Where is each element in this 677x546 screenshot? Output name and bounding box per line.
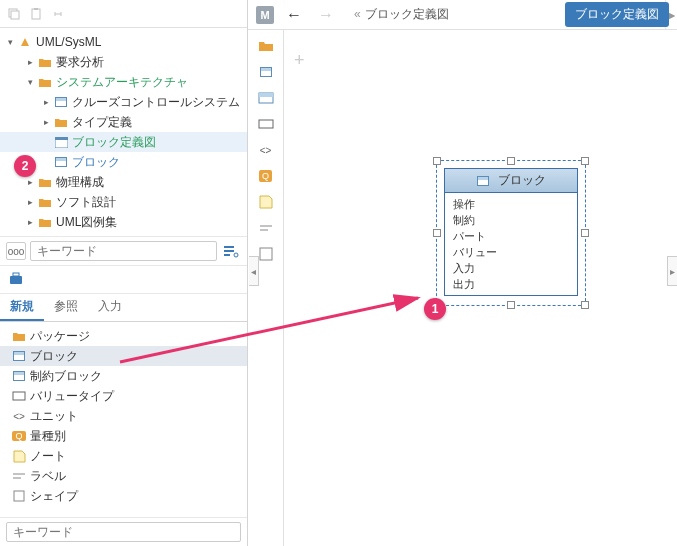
palette-item-label: ブロック bbox=[30, 348, 78, 365]
tab-reference[interactable]: 参照 bbox=[44, 294, 88, 321]
tree-item-icon bbox=[54, 95, 68, 109]
tree-item[interactable]: ▸クルーズコントロールシステム bbox=[0, 92, 247, 112]
resize-handle[interactable] bbox=[433, 157, 441, 165]
block-header-icon bbox=[476, 174, 490, 188]
tool-constraint-icon[interactable] bbox=[252, 86, 280, 110]
palette-item[interactable]: 制約ブロック bbox=[0, 366, 247, 386]
palette-item[interactable]: ブロック bbox=[0, 346, 247, 366]
main-panel: M ← → «ブロック定義図 ブロック定義図 <> Q + bbox=[248, 0, 677, 546]
tree-item[interactable]: ブロック bbox=[0, 152, 247, 172]
twisty-icon[interactable]: ▸ bbox=[24, 176, 36, 188]
resize-handle[interactable] bbox=[507, 157, 515, 165]
toolbox-tabs: 新規 参照 入力 bbox=[0, 294, 247, 322]
resize-handle[interactable] bbox=[507, 301, 515, 309]
palette-item-icon bbox=[12, 469, 26, 483]
left-collapse-handle[interactable]: ◂ bbox=[249, 256, 259, 286]
annotation-badge-2: 2 bbox=[14, 155, 36, 177]
link-icon[interactable] bbox=[50, 6, 66, 22]
annotation-badge-1: 1 bbox=[424, 298, 446, 320]
tab-input[interactable]: 入力 bbox=[88, 294, 132, 321]
palette-item[interactable]: バリュータイプ bbox=[0, 386, 247, 406]
tree-item-label: システムアーキテクチャ bbox=[56, 74, 188, 91]
svg-rect-17 bbox=[259, 93, 273, 97]
palette-search bbox=[0, 517, 247, 546]
tree-item[interactable]: ▸UML図例集 bbox=[0, 212, 247, 232]
twisty-icon[interactable]: ▸ bbox=[40, 116, 52, 128]
model-tree: ▾ UML/SysML ▸要求分析▾システムアーキテクチャ▸クルーズコントロール… bbox=[0, 28, 247, 236]
main-toolbar: M ← → «ブロック定義図 ブロック定義図 bbox=[248, 0, 677, 30]
tool-label-icon[interactable] bbox=[252, 216, 280, 240]
resize-handle[interactable] bbox=[581, 229, 589, 237]
tree-item-label: 物理構成 bbox=[56, 174, 104, 191]
svg-rect-2 bbox=[32, 9, 40, 19]
tree-search: ooo bbox=[0, 236, 247, 266]
tab-new[interactable]: 新規 bbox=[0, 294, 44, 321]
filter-icon[interactable] bbox=[221, 242, 241, 260]
palette-search-input[interactable] bbox=[6, 522, 241, 542]
tool-unit-icon[interactable]: <> bbox=[252, 138, 280, 162]
twisty-icon[interactable]: ▸ bbox=[24, 196, 36, 208]
diagram-type-button[interactable]: ブロック定義図 bbox=[565, 2, 669, 27]
breadcrumb[interactable]: «ブロック定義図 bbox=[346, 6, 557, 23]
svg-rect-15 bbox=[14, 491, 24, 501]
block-compartment-row: パート bbox=[453, 228, 569, 244]
tree-item-label: ソフト設計 bbox=[56, 194, 116, 211]
toolbox-header: ▸ bbox=[0, 266, 247, 294]
palette-item[interactable]: パッケージ bbox=[0, 326, 247, 346]
palette-item[interactable]: シェイプ bbox=[0, 486, 247, 506]
twisty-icon[interactable] bbox=[40, 136, 52, 148]
palette-item[interactable]: <>ユニット bbox=[0, 406, 247, 426]
sidebar: ▸ ▾ UML/SysML ▸要求分析▾システムアーキテクチャ▸クルーズコントロ… bbox=[0, 0, 248, 546]
nav-back-icon[interactable]: ← bbox=[282, 6, 306, 24]
block-element[interactable]: ブロック 操作制約パートバリュー入力出力 bbox=[444, 168, 578, 296]
palette-item-label: 量種別 bbox=[30, 428, 66, 445]
palette-item[interactable]: ノート bbox=[0, 446, 247, 466]
tree-root[interactable]: ▾ UML/SysML bbox=[0, 32, 247, 52]
tree-item[interactable]: ▸物理構成 bbox=[0, 172, 247, 192]
resize-handle[interactable] bbox=[581, 157, 589, 165]
palette-item-label: ノート bbox=[30, 448, 66, 465]
tree-item[interactable]: ▾システムアーキテクチャ bbox=[0, 72, 247, 92]
svg-rect-1 bbox=[11, 11, 19, 19]
palette-item-icon bbox=[12, 489, 26, 503]
twisty-icon[interactable]: ▸ bbox=[40, 96, 52, 108]
svg-rect-21 bbox=[260, 248, 272, 260]
tree-item[interactable]: ▸要求分析 bbox=[0, 52, 247, 72]
tree-item-icon bbox=[38, 75, 52, 89]
tree-item[interactable]: ブロック定義図 bbox=[0, 132, 247, 152]
resize-handle[interactable] bbox=[581, 301, 589, 309]
svg-rect-7 bbox=[224, 250, 234, 252]
tool-note-icon[interactable] bbox=[252, 190, 280, 214]
tool-folder-icon[interactable] bbox=[252, 34, 280, 58]
search-mode-icon[interactable]: ooo bbox=[6, 242, 26, 260]
tree-item-label: 要求分析 bbox=[56, 54, 104, 71]
tool-qty-icon[interactable]: Q bbox=[252, 164, 280, 188]
twisty-icon[interactable]: ▸ bbox=[24, 56, 36, 68]
palette-item-label: 制約ブロック bbox=[30, 368, 102, 385]
model-icon bbox=[18, 35, 32, 49]
twisty-icon[interactable] bbox=[40, 156, 52, 168]
svg-rect-8 bbox=[224, 254, 230, 256]
copy-icon[interactable] bbox=[6, 6, 22, 22]
twisty-icon[interactable]: ▸ bbox=[24, 216, 36, 228]
diagram-canvas[interactable]: + ブロック 操作制約パートバリュー入力出力 bbox=[284, 30, 677, 546]
tool-block-icon[interactable] bbox=[252, 60, 280, 84]
twisty-icon[interactable]: ▾ bbox=[24, 76, 36, 88]
palette-item-icon: Q bbox=[12, 429, 26, 443]
tool-strip: <> Q bbox=[248, 30, 284, 546]
twisty-open-icon[interactable]: ▾ bbox=[4, 36, 16, 48]
palette-item-icon bbox=[12, 369, 26, 383]
right-collapse-handle[interactable]: ▸ bbox=[667, 256, 677, 286]
block-compartment-row: 操作 bbox=[453, 196, 569, 212]
tree-item-icon bbox=[54, 155, 68, 169]
palette-item[interactable]: ラベル bbox=[0, 466, 247, 486]
resize-handle[interactable] bbox=[433, 229, 441, 237]
tree-item[interactable]: ▸ソフト設計 bbox=[0, 192, 247, 212]
palette-item[interactable]: Q量種別 bbox=[0, 426, 247, 446]
search-input[interactable] bbox=[30, 241, 217, 261]
tree-item[interactable]: ▸タイプ定義 bbox=[0, 112, 247, 132]
paste-icon[interactable] bbox=[28, 6, 44, 22]
tree-item-label: ブロック bbox=[72, 154, 120, 171]
tree-item-icon bbox=[38, 175, 52, 189]
tool-rect-icon[interactable] bbox=[252, 112, 280, 136]
